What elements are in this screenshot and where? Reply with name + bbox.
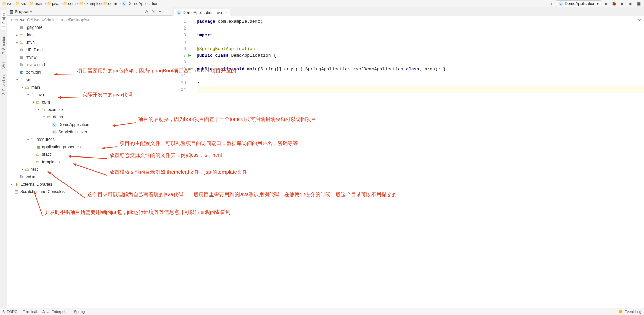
tree-item[interactable]: 🗎.gitignore [7, 24, 172, 31]
editor-shell: C DemoApplication.java × 123567▶810▶1113… [172, 7, 644, 308]
code-line [197, 39, 644, 45]
tree-item[interactable]: 🗎mvnw [7, 54, 172, 61]
tree-item[interactable]: ▾🗀main [7, 84, 172, 91]
folder-icon: 📁 [16, 2, 20, 5]
editor-tab[interactable]: C DemoApplication.java × [174, 9, 230, 16]
tree-item[interactable]: ▦application.properties [7, 143, 172, 151]
code-area[interactable]: package com.example.demo; import ... @Sp… [190, 16, 644, 308]
folder-icon: 🗀 [46, 114, 52, 120]
tree-item[interactable]: mpom.xml [7, 69, 172, 76]
breadcrumb-item[interactable]: 📁main [30, 1, 43, 6]
run-icon[interactable]: ▶ [603, 0, 609, 7]
folder-icon: 🗀 [19, 40, 24, 45]
tool-spring[interactable]: Spring [74, 310, 85, 314]
code-line: } [197, 79, 644, 86]
tab-project[interactable]: 1: Project [1, 10, 6, 30]
sync-icon[interactable]: ↕ [548, 0, 555, 7]
class-icon: C [52, 129, 57, 135]
tree-item[interactable]: CDemoApplication [7, 121, 172, 128]
file-icon: 🗎 [19, 55, 24, 60]
event-log[interactable]: Event Log [624, 310, 641, 314]
breadcrumb-item[interactable]: 📁com [63, 1, 76, 6]
tree-item[interactable]: ▾🗀example [7, 106, 172, 113]
debug-icon[interactable]: 🐞 [611, 0, 618, 7]
project-tree[interactable]: ▾🗀wdC:\Users\Administrator\Desktop\wd🗎.g… [7, 16, 172, 308]
folder-icon: 📁 [30, 2, 34, 5]
event-log-icon [619, 310, 622, 313]
select-opened-icon[interactable]: ⊙ [143, 8, 149, 15]
class-icon: C [52, 122, 57, 127]
tool-java-enterprise[interactable]: Java Enterprise [42, 310, 68, 314]
tree-label: mvnw [26, 55, 36, 60]
folder-icon: 🗀 [24, 167, 30, 172]
tool-terminal[interactable]: Terminal [23, 310, 37, 314]
tree-item[interactable]: ▾🗀java [7, 91, 172, 98]
tree-item[interactable]: ▾🗀resources [7, 136, 172, 143]
tree-item[interactable]: 🗀static [7, 151, 172, 158]
editor-tab-bar: C DemoApplication.java × [172, 7, 644, 16]
code-line: public static void main(String[] args) {… [197, 66, 644, 73]
tab-structure[interactable]: 7: Structure [1, 33, 6, 56]
chevron-down-icon: ▾ [597, 1, 599, 6]
tree-item[interactable]: 🗀templates [7, 158, 172, 166]
tree-label: templates [42, 160, 60, 164]
tab-favorites[interactable]: 2: Favorites [1, 73, 6, 97]
tree-item[interactable]: ▾🗀com [7, 98, 172, 106]
breadcrumb-bar: 📁wd›📁src›📁main›📁java›📁com›📁example›📁demo… [0, 0, 644, 7]
inspection-icon[interactable]: 👁 [637, 18, 643, 24]
tree-label: External Libraries [20, 182, 52, 187]
tree-item[interactable]: ▤Scratches and Consoles [7, 188, 172, 196]
editor-tab-label: DemoApplication.java [183, 10, 222, 15]
left-tool-gutter: 1: Project 7: Structure Web 2: Favorites [0, 7, 7, 308]
hide-icon[interactable]: — [164, 8, 170, 15]
code-line: import ... [197, 32, 644, 39]
close-icon[interactable]: × [225, 10, 227, 15]
file-icon: 🗎 [19, 174, 24, 180]
tree-item[interactable]: 🗎mvnw.cmd [7, 61, 172, 69]
tree-item[interactable]: ▾🗀src [7, 76, 172, 84]
tree-label: pom.xml [26, 70, 41, 75]
editor-body[interactable]: 123567▶810▶111314 package com.example.de… [172, 16, 644, 308]
file-icon: 🗎 [19, 25, 24, 30]
chevron-down-icon[interactable]: ▾ [30, 9, 32, 14]
folder-icon: 🗀 [24, 85, 30, 90]
tab-web[interactable]: Web [1, 59, 6, 70]
tree-item[interactable]: ▸🗀.mvn [7, 39, 172, 46]
chevron-icon: ▾ [26, 138, 30, 141]
breadcrumb-item[interactable]: 📁src [16, 1, 26, 6]
breadcrumb-item[interactable]: 📁wd [2, 1, 12, 6]
tree-item[interactable]: ▾🗀wdC:\Users\Administrator\Desktop\wd [7, 16, 172, 24]
breadcrumb-item[interactable]: 📁java [47, 1, 59, 6]
tree-item[interactable]: 🗎HELP.md [7, 46, 172, 54]
line-gutter: 123567▶810▶111314 [172, 16, 190, 308]
tree-item[interactable]: ▸🗀test [7, 166, 172, 173]
chevron-icon: ▾ [15, 78, 19, 81]
chevron-icon: ▾ [42, 115, 46, 119]
tree-label: HELP.md [26, 48, 43, 52]
expand-icon[interactable]: ⇲ [150, 8, 156, 15]
folder-icon: 📁 [103, 2, 107, 5]
tool-todo[interactable]: 6: TODO [3, 310, 18, 314]
folder-icon: 📁 [2, 2, 6, 5]
tree-label: Scratches and Consoles [20, 189, 65, 194]
stop-icon[interactable]: ■ [627, 0, 634, 7]
chevron-icon: ▸ [10, 183, 14, 186]
breadcrumb-item[interactable]: CDemoApplication [122, 1, 158, 6]
code-line [197, 73, 644, 79]
breadcrumb-item[interactable]: 📁demo [103, 1, 118, 6]
tree-label: mvnw.cmd [26, 62, 45, 67]
tree-item[interactable]: ▸⊪External Libraries [7, 181, 172, 188]
breadcrumb-item[interactable]: 📁example [79, 1, 100, 6]
tree-item[interactable]: ▾🗀demo [7, 113, 172, 121]
chevron-icon: ▸ [15, 41, 19, 44]
layout-icon[interactable]: ▣ [635, 0, 642, 7]
scratch-icon: ▤ [14, 189, 19, 194]
gear-icon[interactable]: ✱ [157, 8, 163, 15]
tree-item[interactable]: CServletInitializer [7, 128, 172, 136]
tree-item[interactable]: ▸🗀.idea [7, 31, 172, 39]
bottom-bar: 6: TODO Terminal Java Enterprise Spring … [0, 308, 644, 315]
tree-item[interactable]: 🗎wd.iml [7, 173, 172, 181]
run-config-dropdown[interactable]: C DemoApplication ▾ [556, 0, 601, 7]
coverage-icon[interactable]: ▶ [619, 0, 626, 7]
tree-label: .gitignore [26, 25, 42, 30]
